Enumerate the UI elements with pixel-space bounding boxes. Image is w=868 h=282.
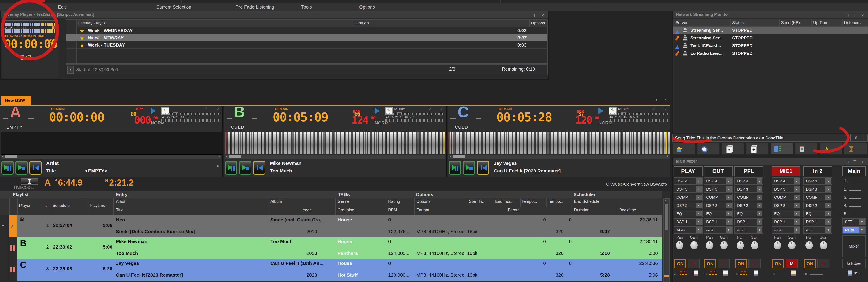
pan-knob[interactable] [676,241,683,249]
mute-button[interactable]: M [748,259,761,269]
scroll-left-icon[interactable]: ◂ [226,154,227,158]
effect-slot[interactable]: DSP 2▾ [803,202,832,209]
tab-list-icon[interactable]: ▾ [655,98,657,102]
skip-start-button[interactable] [477,161,489,175]
pin-icon[interactable]: ⊤ [852,12,858,19]
scroll-left-icon[interactable]: ◂ [2,154,3,158]
scroll-right-icon[interactable]: ▸ [219,154,220,158]
gain-knob[interactable] [690,241,698,249]
effect-slot[interactable]: DSP 3▾ [803,185,832,193]
effect-slot[interactable]: AGC▾ [674,226,703,234]
fader-icon[interactable] [754,270,758,276]
on-button[interactable]: ON [804,259,816,269]
effect-slot[interactable]: EQ▾ [704,210,733,217]
effect-slot[interactable]: AGC▾ [734,226,763,234]
col-format[interactable]: Format [416,208,429,212]
skip-start-button[interactable] [253,161,266,175]
stream-row[interactable]: Streaming Ser... STOPPED [673,27,868,34]
chevron-down-icon[interactable]: ▽ [664,107,666,110]
col-duration[interactable]: Duration [574,208,589,212]
col-end-ind[interactable]: End Indi... [495,199,514,204]
gain-knob[interactable] [788,241,796,249]
gain-knob[interactable] [720,241,727,249]
fader-icon[interactable] [792,270,796,276]
col-send-kb[interactable]: Send (KB) [781,21,800,25]
scheduler-button[interactable]: ... [843,143,868,155]
chevron-down-icon[interactable]: ▽ [429,107,431,110]
maximize-icon[interactable]: □ [844,12,850,19]
waveform[interactable] [225,132,445,154]
col-end-schedule[interactable]: End Schedule [574,199,599,204]
menu-current-selection[interactable]: Current Selection [156,4,191,9]
group-playlist[interactable]: Playlist [13,192,29,197]
deck-tag[interactable]: Music [618,107,628,111]
effect-slot[interactable]: EQ▾ [772,210,801,217]
effect-slot[interactable]: DSP 1▾ [704,218,733,225]
effect-slot[interactable]: DSP 2▾ [674,202,703,209]
col-bitrate[interactable]: Bitrate [508,208,520,212]
pan-knob[interactable] [774,241,781,249]
maximize-icon[interactable]: □ [844,159,850,166]
on-button[interactable]: ON [674,259,686,269]
wave-scrollbar[interactable]: ◂ ▸ [448,155,670,159]
clock-button[interactable]: ... [697,143,720,155]
menu-options[interactable]: Options [359,4,375,9]
col-start-in[interactable]: Start In... [469,199,486,204]
playlist-scrollbar[interactable]: ▴ [663,198,670,282]
effect-slot[interactable]: AGC▾ [772,226,801,234]
effect-slot[interactable]: DSP 3▾ [704,185,733,193]
play-indicator-icon[interactable] [598,108,603,114]
col-player[interactable]: Player [19,203,31,208]
effect-slot[interactable]: DSP 4▾ [803,177,832,185]
col-overlay-playlist[interactable]: Overlay Playlist [79,21,106,25]
tabstrip-close-icon[interactable]: × [664,97,667,102]
on-button[interactable]: ON [704,259,716,269]
fade-icon[interactable] [173,112,179,113]
start-mode-dropdown[interactable]: ▾ [67,66,74,74]
effect-slot[interactable]: AGC▾ [704,226,733,234]
col-options[interactable]: Options [531,21,545,25]
effect-slot[interactable]: DSP 3▾ [734,185,763,193]
start-at-label[interactable]: Start at: 22:30:00 Soft [76,67,118,72]
pan-knob[interactable] [805,241,813,249]
col-duration[interactable]: Duration [353,21,369,25]
overlay-row-monday[interactable]: ★ Week - MONDAY 0:07 [66,34,547,41]
mute-button[interactable]: M [785,259,798,269]
col-num[interactable]: # [45,203,48,208]
fader-icon[interactable] [723,270,727,276]
effect-slot[interactable]: COMP▾ [734,194,763,201]
col-up-time[interactable]: Up Time [813,21,828,25]
group-scheduler[interactable]: Scheduler [574,192,595,197]
streaming-button[interactable]: ... [770,143,793,155]
col-artist[interactable]: Artist [116,199,125,204]
group-options[interactable]: Options [416,192,433,197]
stream-row[interactable]: Test: ICEcast... STOPPED [673,42,868,49]
on-button[interactable]: ON [772,259,784,269]
col-title[interactable]: Title [116,208,123,212]
mute-button[interactable]: M [718,259,730,269]
overlay-row-tuesday[interactable]: ★ Week - TUESDAY 0:03 [66,42,547,49]
group-tags[interactable]: TAGs [338,192,350,197]
effect-slot[interactable]: COMP▾ [772,194,801,201]
play-stop-button[interactable] [463,161,475,175]
channel-button[interactable]: PFL [734,166,763,176]
col-listeners[interactable]: Listeners [844,21,861,25]
playlist-row-1[interactable]: ▸ ♪ * 1 22:27:04 9:06 Neo Smile [Dolls C… [0,215,662,237]
effect-slot[interactable]: DSP 2▾ [704,202,733,209]
effect-slot[interactable]: DSP 1▾ [674,218,703,225]
stream-row[interactable]: Lo Radio Live:... STOPPED [673,50,868,57]
cards-red-button[interactable]: ♦... [721,143,744,155]
scroll-right-icon[interactable]: ▸ [667,154,669,158]
chevron-down-icon[interactable]: ▽ [217,107,219,110]
fader-icon[interactable] [847,270,852,276]
stream-row[interactable]: Streaming Ser... STOPPED [673,34,868,42]
chevron-down-icon[interactable]: ▽ [440,107,443,110]
effect-slot[interactable]: DSP 4▾ [704,177,733,185]
effect-slot[interactable]: COMP▾ [803,194,832,201]
col-year[interactable]: Year [303,208,311,212]
close-icon[interactable]: × [860,12,865,19]
playlist-row-3[interactable]: C 3 22:35:08 5:28 Jay Vegas Can U Feel I… [0,259,662,281]
chevron-down-icon[interactable]: ▽ [205,107,207,110]
scroll-left-icon[interactable]: ◂ [450,154,451,158]
scroll-thumb[interactable] [453,155,465,158]
